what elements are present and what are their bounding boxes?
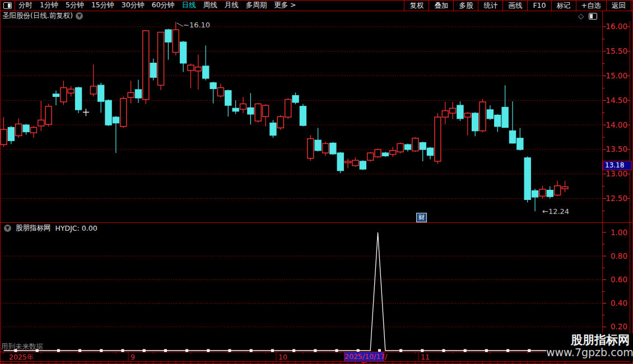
- svg-text:0.20: 0.20: [611, 322, 627, 331]
- svg-text:14.50: 14.50: [606, 96, 627, 105]
- svg-text:0.80: 0.80: [611, 251, 627, 260]
- period-tab-5分钟[interactable]: 5分钟: [66, 1, 84, 10]
- period-tab-周线[interactable]: 周线: [203, 1, 217, 10]
- tool-button-+自选[interactable]: +自选: [576, 0, 606, 11]
- diamond-icon[interactable]: ◇: [578, 12, 584, 20]
- period-tab-更多 >[interactable]: 更多 >: [274, 1, 296, 10]
- indicator-value-label: HYDJC: 0.00: [55, 224, 97, 232]
- svg-text:15.50: 15.50: [606, 46, 627, 55]
- tool-button-多股[interactable]: 多股: [453, 0, 478, 11]
- period-menubar: 分时1分钟5分钟15分钟30分钟60分钟日线周线月线多周期更多 > 复权叠加多股…: [0, 0, 633, 11]
- tool-button-返回[interactable]: 返回: [606, 0, 631, 11]
- selected-date-box: 2025/10/17/五: [344, 352, 384, 362]
- high-price-annotation: ~16.10: [183, 21, 210, 29]
- period-tab-15分钟[interactable]: 15分钟: [91, 1, 114, 10]
- chart-canvas[interactable]: 16.0015.5015.0014.5014.0013.5013.0012.50…: [0, 0, 633, 364]
- svg-text:13.50: 13.50: [606, 144, 627, 153]
- title-bar-icons: ◇: [578, 12, 602, 20]
- last-price-marker: 13.18: [603, 161, 632, 170]
- year-label: 2025年: [9, 353, 34, 362]
- period-tab-分时[interactable]: 分时: [18, 1, 32, 10]
- watermark-site-name: 股朋指标网: [546, 333, 630, 347]
- period-tab-1分钟[interactable]: 1分钟: [40, 1, 58, 10]
- period-menu: 分时1分钟5分钟15分钟30分钟60分钟日线周线月线多周期更多 >: [18, 1, 296, 10]
- tool-button-标记[interactable]: 标记: [551, 0, 576, 11]
- period-tab-30分钟[interactable]: 30分钟: [122, 1, 145, 10]
- tool-button-F10[interactable]: F10: [527, 0, 551, 11]
- future-data-note: 用到未来数据: [1, 342, 43, 352]
- svg-text:12.50: 12.50: [606, 194, 627, 203]
- indicator-source-label: 股朋指标网: [16, 223, 51, 233]
- period-tab-多周期[interactable]: 多周期: [246, 1, 267, 10]
- svg-text:16.00: 16.00: [606, 22, 627, 31]
- month-label-9: 9: [131, 353, 135, 361]
- month-label-11: 11: [421, 353, 430, 361]
- split-panel-icon: [3, 2, 12, 9]
- chevron-down-icon[interactable]: ▼: [76, 12, 83, 20]
- period-tab-60分钟[interactable]: 60分钟: [152, 1, 175, 10]
- finance-data-button[interactable]: 财: [416, 213, 427, 222]
- trading-terminal-window: 16.0015.5015.0014.5014.0013.5013.0012.50…: [0, 0, 633, 364]
- indicator-header: ▼ 股朋指标网 HYDJC: 0.00: [1, 223, 97, 233]
- title-bar: 圣阳股份(日线.前复权) ▼: [0, 11, 602, 21]
- svg-text:0.40: 0.40: [611, 298, 627, 307]
- tools-menu: 复权叠加多股统计画线F10标记+自选返回: [404, 0, 631, 11]
- tool-button-复权[interactable]: 复权: [404, 0, 429, 11]
- watermark: 股朋指标网 www.7gpzb.com: [546, 333, 633, 361]
- split-panel-icon[interactable]: [589, 13, 597, 20]
- layout-toggle-button[interactable]: [0, 0, 15, 11]
- low-price-annotation: ←12.24: [542, 207, 569, 216]
- tool-button-统计[interactable]: 统计: [478, 0, 502, 11]
- time-axis-bar[interactable]: 2025年 91011 2025/10/17/五: [0, 352, 630, 362]
- page-title: 圣阳股份(日线.前复权): [2, 11, 73, 21]
- svg-text:14.00: 14.00: [606, 120, 627, 129]
- svg-text:15.00: 15.00: [606, 71, 627, 80]
- tool-button-画线[interactable]: 画线: [502, 0, 527, 11]
- chevron-down-icon[interactable]: ▼: [4, 225, 11, 232]
- month-label-10: 10: [278, 353, 287, 361]
- tool-button-叠加[interactable]: 叠加: [429, 0, 453, 11]
- watermark-site-url: www.7gpzb.com: [546, 347, 630, 358]
- svg-text:1.00: 1.00: [611, 228, 627, 237]
- svg-text:0.60: 0.60: [611, 275, 627, 284]
- svg-text:13.00: 13.00: [606, 169, 627, 178]
- period-tab-日线[interactable]: 日线: [182, 1, 196, 10]
- period-tab-月线[interactable]: 月线: [225, 1, 239, 10]
